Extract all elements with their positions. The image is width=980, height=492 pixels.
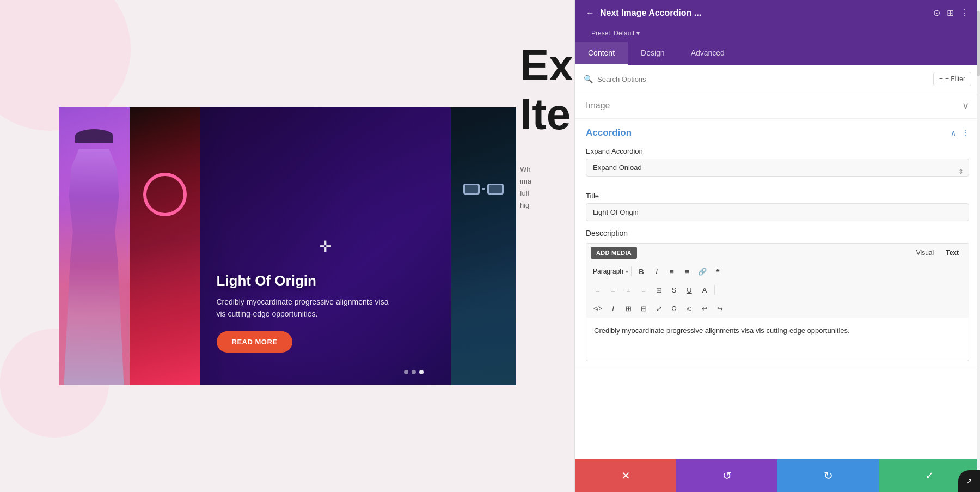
page-body-wh: Wh [520,163,574,175]
title-field: Title [586,192,969,229]
dot-3 [419,370,424,374]
cancel-button[interactable]: ✕ [575,459,676,492]
image-section-label: Image [586,101,610,111]
image-chevron-icon: ∨ [962,100,969,112]
read-more-button[interactable]: READ MORE [217,331,293,353]
indent-button[interactable]: ⊞ [621,301,635,315]
page-heading-partial: Ex Ite [520,44,574,136]
italic2-button[interactable]: I [606,301,620,315]
page-body-hig: hig [520,199,574,211]
main-canvas: ✛ Light Of Origin Credibly myocardinate … [0,0,574,492]
fullscreen-button[interactable]: ⤢ [652,301,666,315]
accordion-collapse-icon[interactable]: ∧ [951,129,956,137]
bold-button[interactable]: B [634,264,648,278]
page-body-full: full [520,187,574,199]
toolbar-sep-1 [631,266,632,276]
accordion-section-icons: ∧ ⋮ [951,129,969,137]
preset-label[interactable]: Preset: Default ▾ [586,27,645,39]
title-input[interactable] [586,203,969,221]
filter-button[interactable]: + + Filter [933,72,971,86]
align-center-button[interactable]: ≡ [606,283,620,297]
outdent-button[interactable]: ⊞ [636,301,651,315]
align-justify-button[interactable]: ≡ [636,283,651,297]
page-body-ima: ima [520,175,574,187]
editor-content-area[interactable]: Credibly myocardinate progressive alignm… [586,318,969,361]
editor-text: Credibly myocardinate progressive alignm… [594,326,850,335]
description-field: Desccription ADD MEDIA Visual Text Parag… [586,229,969,361]
accordion-menu-icon[interactable]: ⋮ [961,129,969,137]
preset-row: Preset: Default ▾ [575,26,980,42]
italic-button[interactable]: I [650,264,664,278]
search-icon: 🔍 [584,75,593,83]
accordion-section-header: Accordion ∧ ⋮ [586,127,969,138]
image-section-header[interactable]: Image ∨ [586,100,969,112]
panel-header: ← Next Image Accordion ... ⊙ ⊞ ⋮ [575,0,980,26]
align-right-button[interactable]: ≡ [621,283,635,297]
add-media-button[interactable]: ADD MEDIA [591,247,637,259]
expand-accordion-field: Expand Accordion Expand Onload Expand No… [586,147,969,184]
dot-2 [412,370,416,374]
strikethrough-button[interactable]: S [667,283,681,297]
page-heading-ite: Ite [520,93,574,136]
accordion-panel-2[interactable] [130,107,200,385]
link-button[interactable]: 🔗 [695,264,709,278]
accordion-section: Accordion ∧ ⋮ Expand Accordion Expand On… [575,119,980,370]
panel-title: Next Image Accordion ... [600,8,701,18]
slide-dots [404,370,424,374]
emoji-button[interactable]: ☺ [682,301,696,315]
corner-icon: ↗ [966,477,972,485]
accordion-panel-4[interactable] [451,107,516,385]
editor-tab-visual[interactable]: Visual [911,247,939,259]
redo-button[interactable]: ↻ [777,459,879,492]
tab-design[interactable]: Design [628,42,678,65]
expand-accordion-select[interactable]: Expand Onload Expand None Expand First [586,159,969,177]
tab-advanced[interactable]: Advanced [678,42,738,65]
accordion-panel-3[interactable]: ✛ Light Of Origin Credibly myocardinate … [200,107,451,385]
panel-2-glasses [143,173,187,216]
code-button[interactable]: </> [591,301,605,315]
editor-toolbar-row2: Paragraph ▾ B I ≡ ≡ 🔗 ❝ [586,262,969,281]
accordion-panel-1[interactable] [59,107,130,385]
panel-3-content: Light Of Origin Credibly myocardinate pr… [217,272,391,353]
underline-button[interactable]: U [682,283,696,297]
panel-4-bg [451,163,516,385]
blockquote-button[interactable]: ❝ [710,264,725,278]
more-icon[interactable]: ⋮ [960,8,969,18]
search-input[interactable] [597,75,929,83]
filter-icon: + [939,75,943,83]
scrollbar[interactable] [977,0,980,492]
back-icon[interactable]: ← [586,8,595,18]
ordered-list-button[interactable]: ≡ [680,264,694,278]
paragraph-dropdown[interactable]: Paragraph ▾ [591,266,628,276]
search-bar: 🔍 + + Filter [575,65,980,93]
editor-toolbar-row1: ADD MEDIA Visual Text [586,243,969,262]
special-char-button[interactable]: Ω [667,301,681,315]
toolbar-sep-2 [714,285,715,295]
editor-toolbar-row3: ≡ ≡ ≡ ≡ ⊞ S U A [586,281,969,299]
expand-accordion-wrapper: Expand Onload Expand None Expand First [586,159,969,184]
scroll-thumb [977,11,980,76]
layout-icon[interactable]: ⊞ [947,8,954,18]
image-section: Image ∨ [575,93,980,119]
table-button[interactable]: ⊞ [652,283,666,297]
accordion-widget: ✛ Light Of Origin Credibly myocardinate … [59,107,516,385]
panel-1-hat [75,129,113,143]
screen-icon[interactable]: ⊙ [933,8,940,18]
font-color-button[interactable]: A [697,283,712,297]
title-field-label: Title [586,192,969,200]
undo-editor-button[interactable]: ↩ [697,301,712,315]
tab-content[interactable]: Content [575,42,628,65]
undo-button[interactable]: ↺ [676,459,777,492]
move-icon: ✛ [319,237,332,255]
redo-editor-button[interactable]: ↪ [713,301,727,315]
expand-accordion-label: Expand Accordion [586,147,969,155]
panel-1-figure [64,149,124,385]
align-left-button[interactable]: ≡ [591,283,605,297]
panel-header-icons: ⊙ ⊞ ⋮ [933,8,969,18]
editor-tab-text[interactable]: Text [940,247,964,259]
panel-3-description: Credibly myocardinate progressive alignm… [217,296,391,320]
editor-toolbar-row4: </> I ⊞ ⊞ ⤢ Ω ☺ ↩ ↪ [586,299,969,318]
accordion-section-title: Accordion [586,127,632,138]
panel-3-title: Light Of Origin [217,272,391,289]
unordered-list-button[interactable]: ≡ [665,264,679,278]
